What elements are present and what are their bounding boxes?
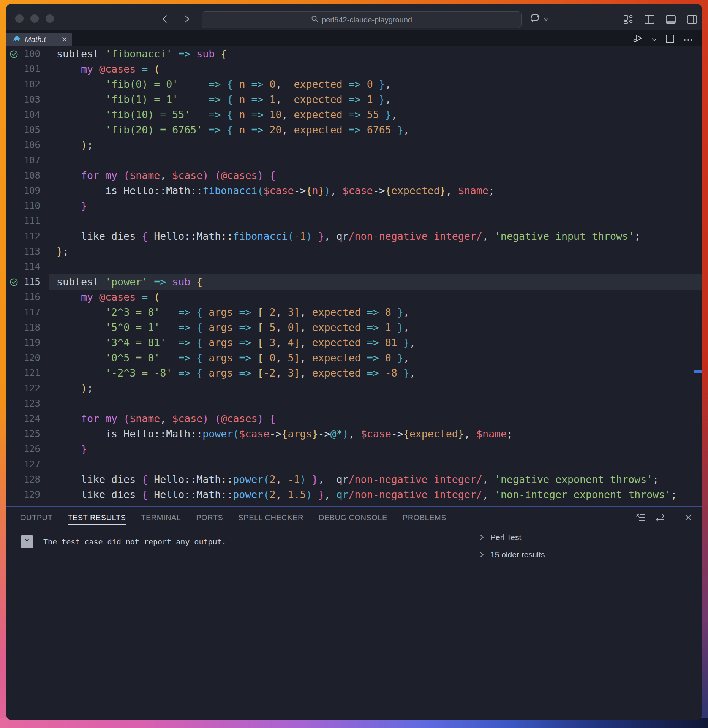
chevron-right-icon <box>479 534 484 541</box>
code-line-129[interactable]: 129 like dies { Hello::Math::power(2, 1.… <box>6 487 702 502</box>
panel-tab-terminal[interactable]: TERMINAL <box>141 508 181 527</box>
code-text: ); <box>57 381 93 396</box>
split-editor-icon[interactable] <box>665 34 675 45</box>
code-text: like dies { Hello::Math::fibonacci(-1) }… <box>57 229 640 244</box>
close-window-button[interactable] <box>15 14 24 23</box>
code-line-105[interactable]: 105 'fib(20) = 6765' => { n => 20, expec… <box>6 122 702 138</box>
line-number: 100 <box>6 46 40 62</box>
chevron-down-icon[interactable] <box>544 16 549 23</box>
test-results-tree: Perl Test15 older results <box>473 529 702 563</box>
code-line-112[interactable]: 112 like dies { Hello::Math::fibonacci(-… <box>6 229 702 244</box>
code-line-109[interactable]: 109 is Hello::Math::fibonacci($case->{n}… <box>6 183 702 198</box>
panel-tab-output[interactable]: OUTPUT <box>20 508 52 527</box>
tab-math-t[interactable]: Math.t ✕ <box>6 33 72 46</box>
code-line-122[interactable]: 122 ); <box>6 381 702 396</box>
code-text: }; <box>57 244 69 259</box>
copilot-chat-icon[interactable] <box>530 13 541 26</box>
line-number: 106 <box>6 138 40 153</box>
code-line-102[interactable]: 102 'fib(0) = 0' => { n => 0, expected =… <box>6 77 702 92</box>
command-center-search[interactable]: perl542-claude-playground <box>202 11 522 28</box>
code-line-125[interactable]: 125 is Hello::Math::power($case->{args}-… <box>6 426 702 442</box>
code-line-124[interactable]: 124 for my ($name, $case) (@cases) { <box>6 411 702 426</box>
code-text: 'fib(1) = 1' => { n => 1, expected => 1 … <box>57 92 391 107</box>
line-number: 102 <box>6 77 40 92</box>
code-text: '3^4 = 81' => { args => [ 3, 4], expecte… <box>57 335 416 350</box>
clear-output-icon[interactable] <box>636 513 646 524</box>
code-line-119[interactable]: 119 '3^4 = 81' => { args => [ 3, 4], exp… <box>6 335 702 350</box>
code-text: } <box>57 442 87 457</box>
code-line-107[interactable]: 107 <box>6 153 702 168</box>
code-line-120[interactable]: 120 '0^5 = 0' => { args => [ 0, 5], expe… <box>6 350 702 366</box>
toggle-secondary-sidebar-icon[interactable] <box>686 14 698 27</box>
customize-layout-icon[interactable] <box>623 14 634 27</box>
zoom-window-button[interactable] <box>46 14 54 23</box>
code-line-127[interactable]: 127 <box>6 457 702 472</box>
code-line-116[interactable]: 116 my @cases = ( <box>6 290 702 305</box>
code-text: ); <box>57 138 93 153</box>
panel-tab-problems[interactable]: PROBLEMS <box>403 508 446 527</box>
run-dropdown-chevron-icon[interactable] <box>652 36 657 43</box>
close-panel-icon[interactable] <box>684 513 692 523</box>
code-line-111[interactable]: 111 <box>6 214 702 229</box>
line-number: 114 <box>6 259 40 274</box>
toggle-primary-sidebar-icon[interactable] <box>644 14 655 27</box>
code-text: '0^5 = 0' => { args => [ 0, 5], expected… <box>57 350 409 366</box>
code-line-123[interactable]: 123 <box>6 396 702 411</box>
code-line-117[interactable]: 117 '2^3 = 8' => { args => [ 2, 3], expe… <box>6 305 702 320</box>
code-line-103[interactable]: 103 'fib(1) = 1' => { n => 1, expected =… <box>6 92 702 107</box>
code-line-100[interactable]: 100subtest 'fibonacci' => sub { <box>6 46 702 62</box>
code-text: for my ($name, $case) (@cases) { <box>57 411 276 426</box>
editor-tab-bar: Math.t ✕ <box>6 30 702 46</box>
line-number: 116 <box>6 290 40 305</box>
line-number: 126 <box>6 442 40 457</box>
code-line-108[interactable]: 108 for my ($name, $case) (@cases) { <box>6 168 702 183</box>
code-text: for my ($name, $case) (@cases) { <box>57 168 276 183</box>
line-number: 118 <box>6 320 40 335</box>
line-number: 124 <box>6 411 40 426</box>
panel-tab-spell-checker[interactable]: SPELL CHECKER <box>238 508 303 527</box>
search-value: perl542-claude-playground <box>322 16 412 24</box>
minimize-window-button[interactable] <box>30 14 39 23</box>
more-actions-icon[interactable] <box>683 36 693 43</box>
code-text: 'fib(0) = 0' => { n => 0, expected => 0 … <box>57 77 391 92</box>
vscode-window: perl542-claude-playground <box>6 4 702 720</box>
code-line-121[interactable]: 121 '-2^3 = -8' => { args => [-2, 3], ex… <box>6 366 702 381</box>
tab-close-icon[interactable]: ✕ <box>61 36 68 43</box>
code-line-118[interactable]: 118 '5^0 = 1' => { args => [ 5, 0], expe… <box>6 320 702 335</box>
test-run-label: 15 older results <box>490 550 545 559</box>
panel-tab-test-results[interactable]: TEST RESULTS <box>68 508 126 527</box>
line-number: 129 <box>6 487 40 502</box>
code-line-110[interactable]: 110 } <box>6 198 702 214</box>
code-line-104[interactable]: 104 'fib(10) = 55' => { n => 10, expecte… <box>6 107 702 122</box>
line-number: 120 <box>6 350 40 366</box>
overview-ruler-cursor-marker <box>694 370 702 373</box>
navigate-forward-icon[interactable] <box>181 14 192 24</box>
test-run-item[interactable]: Perl Test <box>473 529 702 546</box>
code-line-128[interactable]: 128 like dies { Hello::Math::power(2, -1… <box>6 472 702 487</box>
test-run-item[interactable]: 15 older results <box>473 546 702 563</box>
run-or-debug-icon[interactable] <box>632 33 643 46</box>
line-number: 111 <box>6 214 40 229</box>
panel-section-divider[interactable] <box>469 507 469 720</box>
code-line-106[interactable]: 106 ); <box>6 138 702 153</box>
navigate-back-icon[interactable] <box>160 14 171 24</box>
code-text: 'fib(20) = 6765' => { n => 20, expected … <box>57 122 409 138</box>
code-editor[interactable]: 100subtest 'fibonacci' => sub {101 my @c… <box>6 46 702 506</box>
toggle-panel-icon[interactable] <box>665 14 676 27</box>
code-line-114[interactable]: 114 <box>6 259 702 274</box>
line-number: 117 <box>6 305 40 320</box>
line-number: 115 <box>6 274 40 290</box>
line-number: 101 <box>6 62 40 77</box>
swap-panel-icon[interactable] <box>655 513 665 524</box>
code-line-115[interactable]: 115subtest 'power' => sub { <box>6 274 702 290</box>
chevron-right-icon <box>479 551 484 558</box>
panel-tab-bar: OUTPUTTEST RESULTSTERMINALPORTSSPELL CHE… <box>20 507 446 528</box>
perl-camel-icon <box>13 35 21 44</box>
code-line-101[interactable]: 101 my @cases = ( <box>6 62 702 77</box>
panel-tab-debug-console[interactable]: DEBUG CONSOLE <box>319 508 387 527</box>
panel-tab-ports[interactable]: PORTS <box>196 508 223 527</box>
test-run-label: Perl Test <box>490 533 521 542</box>
code-text: subtest 'fibonacci' => sub { <box>57 46 227 62</box>
code-line-113[interactable]: 113}; <box>6 244 702 259</box>
code-line-126[interactable]: 126 } <box>6 442 702 457</box>
